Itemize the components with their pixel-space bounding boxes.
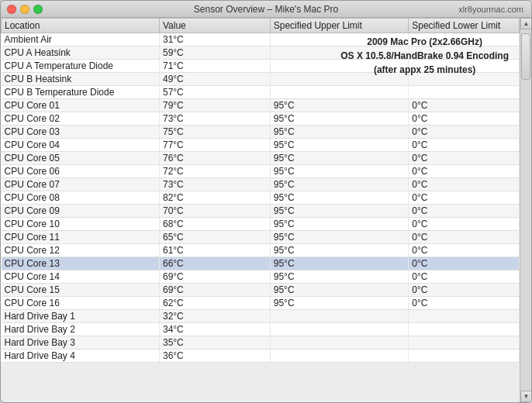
main-window: Sensor Overview – Mike's Mac Pro xlr8you… (0, 0, 532, 403)
cell-upper: 95°C (270, 126, 408, 139)
cell-upper: 95°C (270, 178, 408, 191)
table-row[interactable]: CPU Core 0576°C95°C0°C (2, 152, 520, 165)
cell-lower: 0°C (409, 270, 520, 284)
cell-lower: 0°C (409, 205, 520, 218)
cell-lower: 0°C (409, 139, 520, 152)
cell-lower: 0°C (409, 126, 520, 139)
cell-value: 70°C (159, 205, 270, 218)
cell-value: 68°C (159, 218, 270, 231)
cell-value: 32°C (159, 310, 270, 323)
table-row[interactable]: CPU A Temperature Diode71°C (2, 60, 520, 73)
maximize-button[interactable] (33, 5, 43, 14)
cell-value: 66°C (159, 257, 270, 270)
cell-lower: 0°C (409, 165, 520, 178)
table-row[interactable]: Hard Drive Bay 234°C (2, 323, 520, 336)
table-row[interactable]: CPU Core 1366°C95°C0°C (2, 257, 520, 270)
table-row[interactable]: CPU A Heatsink59°C (2, 46, 520, 60)
cell-lower: 0°C (409, 231, 520, 244)
cell-lower: 0°C (409, 191, 520, 205)
cell-upper (270, 323, 408, 336)
scroll-up-button[interactable]: ▲ (520, 18, 531, 29)
cell-value: 71°C (159, 60, 270, 73)
cell-upper: 95°C (270, 139, 408, 152)
cell-value: 61°C (159, 244, 270, 257)
table-row[interactable]: Hard Drive Bay 335°C (2, 336, 520, 350)
cell-location: CPU A Temperature Diode (2, 60, 160, 73)
table-row[interactable]: CPU Core 1569°C95°C0°C (2, 284, 520, 297)
table-row[interactable]: CPU Core 0179°C95°C0°C (2, 99, 520, 112)
table-row[interactable]: CPU Core 1469°C95°C0°C (2, 270, 520, 284)
table-row[interactable]: CPU B Temperature Diode57°C (2, 86, 520, 99)
cell-lower: 0°C (409, 244, 520, 257)
table-container[interactable]: Location Value Specified Upper Limit Spe… (1, 18, 520, 402)
table-row[interactable]: Hard Drive Bay 132°C (2, 310, 520, 323)
cell-value: 34°C (159, 323, 270, 336)
minimize-button[interactable] (20, 5, 29, 14)
cell-value: 73°C (159, 112, 270, 126)
table-row[interactable]: CPU Core 0375°C95°C0°C (2, 126, 520, 139)
cell-lower: 0°C (409, 257, 520, 270)
cell-lower: 0°C (409, 152, 520, 165)
cell-value: 82°C (159, 191, 270, 205)
table-row[interactable]: CPU Core 1165°C95°C0°C (2, 231, 520, 244)
scrollbar[interactable]: ▲ ▼ (520, 18, 531, 402)
cell-lower (409, 323, 520, 336)
cell-location: CPU Core 08 (2, 191, 160, 205)
close-button[interactable] (7, 5, 16, 14)
cell-value: 73°C (159, 178, 270, 191)
scroll-down-button[interactable]: ▼ (520, 391, 531, 402)
cell-value: 62°C (159, 297, 270, 310)
cell-value: 75°C (159, 126, 270, 139)
table-row[interactable]: CPU Core 0477°C95°C0°C (2, 139, 520, 152)
cell-lower (409, 46, 520, 60)
cell-location: CPU Core 04 (2, 139, 160, 152)
cell-value: 35°C (159, 336, 270, 350)
cell-upper: 95°C (270, 257, 408, 270)
table-row[interactable]: CPU Core 1068°C95°C0°C (2, 218, 520, 231)
cell-location: Hard Drive Bay 4 (2, 350, 160, 363)
table-row[interactable]: CPU Core 0672°C95°C0°C (2, 165, 520, 178)
cell-upper: 95°C (270, 231, 408, 244)
cell-location: Hard Drive Bay 2 (2, 323, 160, 336)
cell-upper (270, 73, 408, 86)
cell-value: 31°C (159, 33, 270, 46)
cell-upper (270, 336, 408, 350)
cell-upper: 95°C (270, 99, 408, 112)
cell-value: 77°C (159, 139, 270, 152)
cell-value: 57°C (159, 86, 270, 99)
cell-value: 72°C (159, 165, 270, 178)
table-row[interactable]: CPU Core 0273°C95°C0°C (2, 112, 520, 126)
cell-lower (409, 336, 520, 350)
header-upper: Specified Upper Limit (270, 19, 408, 33)
cell-location: CPU Core 13 (2, 257, 160, 270)
cell-upper (270, 33, 408, 46)
table-row[interactable]: CPU Core 1662°C95°C0°C (2, 297, 520, 310)
cell-location: CPU B Heatsink (2, 73, 160, 86)
cell-lower: 0°C (409, 297, 520, 310)
cell-lower: 0°C (409, 112, 520, 126)
cell-location: CPU Core 10 (2, 218, 160, 231)
table-row[interactable]: CPU Core 0882°C95°C0°C (2, 191, 520, 205)
cell-location: CPU Core 03 (2, 126, 160, 139)
cell-upper: 95°C (270, 165, 408, 178)
cell-upper (270, 310, 408, 323)
table-row[interactable]: CPU Core 1261°C95°C0°C (2, 244, 520, 257)
cell-location: CPU Core 09 (2, 205, 160, 218)
cell-upper: 95°C (270, 112, 408, 126)
scrollbar-track-area[interactable] (520, 29, 531, 391)
cell-location: CPU Core 07 (2, 178, 160, 191)
table-row[interactable]: CPU Core 0773°C95°C0°C (2, 178, 520, 191)
cell-upper: 95°C (270, 205, 408, 218)
cell-lower (409, 310, 520, 323)
table-row[interactable]: CPU Core 0970°C95°C0°C (2, 205, 520, 218)
table-row[interactable]: CPU B Heatsink49°C (2, 73, 520, 86)
cell-upper: 95°C (270, 244, 408, 257)
cell-value: 69°C (159, 284, 270, 297)
cell-upper: 95°C (270, 297, 408, 310)
cell-lower: 0°C (409, 284, 520, 297)
table-row[interactable]: Hard Drive Bay 436°C (2, 350, 520, 363)
cell-location: CPU Core 11 (2, 231, 160, 244)
table-row[interactable]: Ambient Air31°C (2, 33, 520, 46)
cell-location: CPU Core 14 (2, 270, 160, 284)
scrollbar-thumb[interactable] (521, 33, 530, 80)
